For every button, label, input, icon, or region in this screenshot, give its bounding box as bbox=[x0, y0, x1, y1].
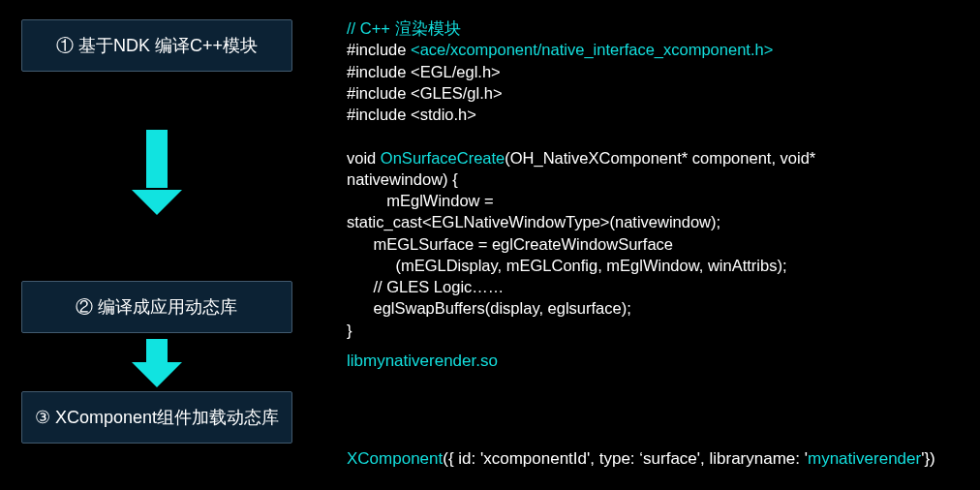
xcomponent-params-pre: ({ id: 'xcomponentId', type: ‘surface', … bbox=[443, 449, 808, 468]
step-2-box: ② 编译成应用动态库 bbox=[21, 281, 292, 333]
cpp-code-block: // C++ 渲染模块 #include <ace/xcomponent/nat… bbox=[347, 17, 966, 341]
code-l12: // GLES Logic…… bbox=[347, 278, 504, 295]
include-3: #include <GLES/gl.h> bbox=[347, 84, 503, 102]
code-comment: // C++ 渲染模块 bbox=[347, 19, 461, 37]
include-4: #include <stdio.h> bbox=[347, 106, 476, 123]
code-l8: mEglWindow = bbox=[347, 192, 494, 209]
code-l11: (mEGLDisplay, mEGLConfig, mEglWindow, wi… bbox=[347, 257, 786, 274]
xcomponent-params-post: '}) bbox=[921, 449, 935, 468]
step-1-box: ① 基于NDK 编译C++模块 bbox=[21, 19, 292, 72]
step-3-box: ③ XComponent组件加载动态库 bbox=[21, 391, 292, 444]
fn-name: OnSurfaceCreate bbox=[381, 149, 505, 167]
details-column: // C++ 渲染模块 #include <ace/xcomponent/nat… bbox=[347, 17, 966, 341]
include-2: #include <EGL/egl.h> bbox=[347, 63, 501, 80]
fn-sig-tail: (OH_NativeXComponent* component, void* bbox=[505, 149, 815, 167]
include-1-pre: #include bbox=[347, 41, 411, 58]
arrow-2 bbox=[21, 333, 292, 391]
include-1-path: <ace/xcomponent/native_interface_xcompon… bbox=[411, 41, 773, 58]
code-l9: static_cast<EGLNativeWindowType>(nativew… bbox=[347, 213, 720, 230]
code-l14: } bbox=[347, 322, 352, 339]
xcomponent-libname: mynativerender bbox=[808, 449, 921, 468]
code-l13: eglSwapBuffers(display, eglsurface); bbox=[347, 299, 631, 317]
arrow-1 bbox=[21, 72, 292, 227]
steps-column: ① 基于NDK 编译C++模块 ② 编译成应用动态库 ③ XComponent组… bbox=[21, 19, 312, 444]
fn-void: void bbox=[347, 149, 381, 167]
xcomponent-name: XComponent bbox=[347, 449, 443, 468]
code-l10: mEGLSurface = eglCreateWindowSurface bbox=[347, 235, 673, 253]
library-output: libmynativerender.so bbox=[347, 352, 498, 371]
xcomponent-call: XComponent({ id: 'xcomponentId', type: ‘… bbox=[347, 449, 935, 469]
code-l7: nativewindow) { bbox=[347, 170, 458, 188]
